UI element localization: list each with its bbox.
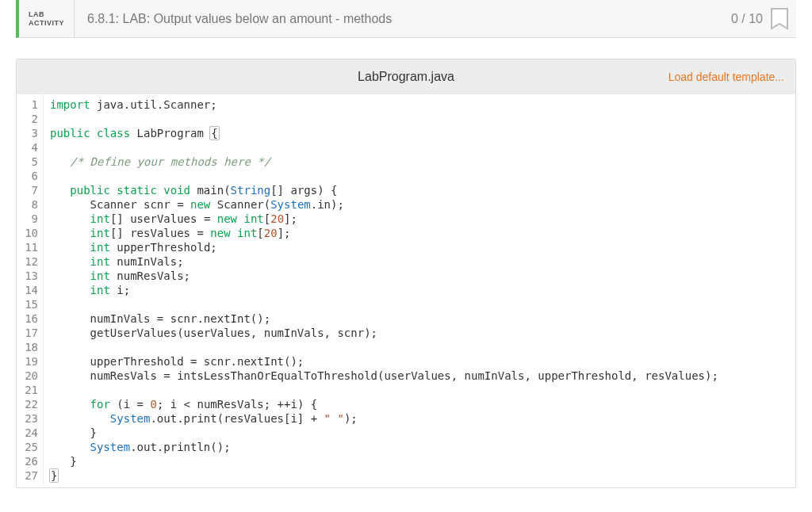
code-line[interactable] [50, 140, 789, 155]
editor-tabbar: LabProgram.java Load default template... [17, 59, 795, 94]
lab-score-wrap: 0 / 10 [723, 0, 796, 37]
load-default-template-link[interactable]: Load default template... [668, 71, 784, 83]
code-line[interactable]: /* Define your methods here */ [50, 155, 789, 169]
line-number: 20 [25, 369, 38, 383]
code-line[interactable]: public static void main(String[] args) { [50, 183, 789, 197]
code-line[interactable]: Scanner scnr = new Scanner(System.in); [50, 197, 789, 212]
line-number: 18 [25, 340, 38, 354]
line-number: 7 [25, 183, 38, 197]
code-line[interactable]: } [50, 468, 789, 483]
code-line[interactable]: System.out.print(resValues[i] + " "); [50, 411, 789, 426]
code-line[interactable]: import java.util.Scanner; [50, 97, 789, 112]
code-line[interactable]: numInVals = scnr.nextInt(); [50, 311, 789, 326]
code-line[interactable]: upperThreshold = scnr.nextInt(); [50, 354, 789, 369]
code-line[interactable]: int numResVals; [50, 269, 789, 283]
line-number: 22 [25, 397, 38, 411]
code-line[interactable] [50, 112, 789, 126]
code-line[interactable]: int i; [50, 283, 789, 297]
line-number: 6 [25, 169, 38, 183]
code-line[interactable]: } [50, 454, 789, 468]
line-number: 16 [25, 311, 38, 326]
line-number: 10 [25, 226, 38, 240]
code-editor-panel: LabProgram.java Load default template...… [16, 59, 796, 488]
code-line[interactable]: for (i = 0; i < numResVals; ++i) { [50, 397, 789, 411]
editor-filename: LabProgram.java [358, 70, 454, 84]
line-number: 8 [25, 197, 38, 212]
code-content[interactable]: import java.util.Scanner; public class L… [44, 94, 795, 486]
line-gutter: 1234567891011121314151617181920212223242… [17, 94, 44, 486]
line-number: 21 [25, 383, 38, 397]
code-line[interactable]: int numInVals; [50, 254, 789, 269]
lab-activity-badge: LAB ACTIVITY [19, 0, 75, 37]
line-number: 3 [25, 126, 38, 140]
code-line[interactable]: int upperThreshold; [50, 240, 789, 254]
code-line[interactable] [50, 340, 789, 354]
lab-score: 0 / 10 [731, 12, 763, 26]
line-number: 11 [25, 240, 38, 254]
line-number: 1 [25, 97, 38, 112]
code-line[interactable] [50, 169, 789, 183]
line-number: 23 [25, 411, 38, 426]
line-number: 15 [25, 297, 38, 311]
code-line[interactable]: int[] userValues = new int[20]; [50, 212, 789, 226]
line-number: 14 [25, 283, 38, 297]
line-number: 17 [25, 326, 38, 340]
line-number: 9 [25, 212, 38, 226]
badge-line-2: ACTIVITY [29, 19, 64, 28]
line-number: 26 [25, 454, 38, 468]
lab-header: LAB ACTIVITY 6.8.1: LAB: Output values b… [16, 0, 796, 38]
line-number: 19 [25, 354, 38, 369]
code-line[interactable]: public class LabProgram { [50, 126, 789, 140]
line-number: 2 [25, 112, 38, 126]
line-number: 13 [25, 269, 38, 283]
code-line[interactable]: } [50, 426, 789, 440]
code-line[interactable]: getUserValues(userValues, numInVals, scn… [50, 326, 789, 340]
line-number: 4 [25, 140, 38, 155]
code-area[interactable]: 1234567891011121314151617181920212223242… [17, 94, 795, 487]
line-number: 25 [25, 440, 38, 454]
line-number: 12 [25, 254, 38, 269]
lab-title: 6.8.1: LAB: Output values below an amoun… [75, 0, 723, 37]
bookmark-icon[interactable] [771, 8, 788, 30]
code-line[interactable]: numResVals = intsLessThanOrEqualToThresh… [50, 369, 789, 383]
line-number: 27 [25, 468, 38, 483]
line-number: 5 [25, 155, 38, 169]
line-number: 24 [25, 426, 38, 440]
code-line[interactable] [50, 297, 789, 311]
code-line[interactable] [50, 383, 789, 397]
badge-line-1: LAB [29, 10, 64, 19]
code-line[interactable]: System.out.println(); [50, 440, 789, 454]
code-line[interactable]: int[] resValues = new int[20]; [50, 226, 789, 240]
